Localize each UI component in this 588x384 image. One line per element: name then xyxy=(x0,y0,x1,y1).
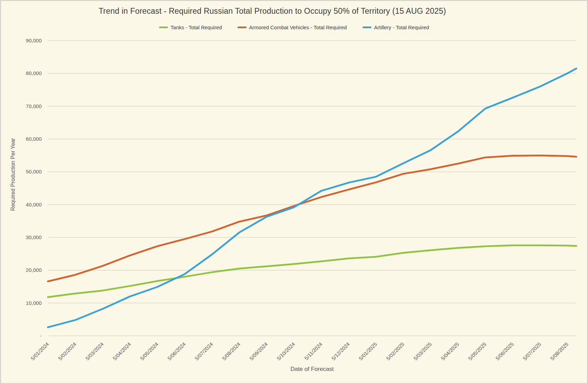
x-axis-tick-labels: 5/01/20245/02/20245/03/20245/04/20245/05… xyxy=(30,341,569,361)
x-tick-label: 5/08/2024 xyxy=(221,341,241,361)
x-tick-label: 5/05/2024 xyxy=(139,341,159,361)
y-tick-label: - xyxy=(40,333,42,339)
y-tick-label: 70,000 xyxy=(26,103,42,109)
y-tick-label: 50,000 xyxy=(26,169,42,174)
x-tick-label: 5/02/2024 xyxy=(57,341,77,361)
x-tick-label: 5/04/2025 xyxy=(440,341,460,361)
x-tick-label: 5/04/2024 xyxy=(112,341,132,361)
y-tick-label: 20,000 xyxy=(26,267,42,273)
x-tick-label: 5/08/2025 xyxy=(549,341,569,361)
y-tick-label: 10,000 xyxy=(26,300,42,306)
x-tick-label: 5/06/2024 xyxy=(166,341,187,361)
x-tick-label: 5/09/2024 xyxy=(248,341,269,361)
y-tick-label: 40,000 xyxy=(26,202,42,207)
y-axis-tick-labels: -10,00020,00030,00040,00050,00060,00070,… xyxy=(26,38,42,339)
gridlines xyxy=(48,41,576,336)
x-tick-label: 5/06/2025 xyxy=(494,341,515,361)
y-tick-label: 30,000 xyxy=(26,234,42,240)
forecast-line-chart: Trend in Forecast - Required Russian Tot… xyxy=(0,0,588,384)
x-tick-label: 5/05/2025 xyxy=(467,341,487,361)
y-tick-label: 60,000 xyxy=(26,136,42,142)
x-tick-label: 5/10/2024 xyxy=(276,341,296,361)
plot-area: -10,00020,00030,00040,00050,00060,00070,… xyxy=(1,1,588,384)
series-line-artillery xyxy=(48,68,576,327)
x-tick-label: 5/12/2024 xyxy=(330,341,351,361)
y-axis-title: Required Production Per Year xyxy=(10,133,16,216)
x-tick-label: 5/07/2025 xyxy=(522,341,542,361)
x-tick-label: 5/02/2025 xyxy=(385,341,405,361)
x-axis-title: Date of Forecast xyxy=(48,366,576,373)
x-tick-label: 5/11/2024 xyxy=(303,341,323,361)
y-tick-label: 90,000 xyxy=(26,38,42,43)
x-tick-label: 5/01/2024 xyxy=(30,341,50,361)
series-line-tanks xyxy=(48,245,576,297)
x-tick-label: 5/03/2025 xyxy=(412,341,433,361)
x-tick-label: 5/01/2025 xyxy=(358,341,378,361)
y-tick-label: 80,000 xyxy=(26,70,42,76)
x-tick-label: 5/03/2024 xyxy=(84,341,105,361)
x-tick-label: 5/07/2024 xyxy=(193,341,214,361)
